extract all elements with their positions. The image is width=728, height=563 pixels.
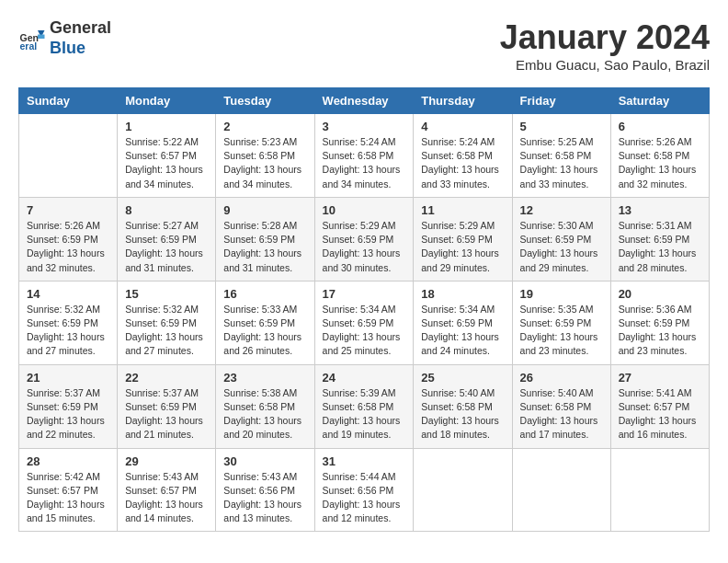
- day-number: 20: [619, 287, 701, 301]
- day-info: Sunrise: 5:43 AM Sunset: 6:56 PM Dayligh…: [223, 470, 306, 526]
- calendar-cell: 29Sunrise: 5:43 AM Sunset: 6:57 PM Dayli…: [118, 448, 216, 532]
- day-info: Sunrise: 5:26 AM Sunset: 6:58 PM Dayligh…: [619, 135, 701, 191]
- calendar-cell: [512, 448, 610, 532]
- day-number: 14: [27, 287, 109, 301]
- day-info: Sunrise: 5:38 AM Sunset: 6:58 PM Dayligh…: [223, 386, 306, 442]
- calendar-cell: 18Sunrise: 5:34 AM Sunset: 6:59 PM Dayli…: [414, 281, 512, 364]
- day-number: 22: [125, 371, 208, 385]
- weekday-header-friday: Friday: [512, 88, 610, 114]
- day-info: Sunrise: 5:24 AM Sunset: 6:58 PM Dayligh…: [323, 135, 406, 191]
- day-info: Sunrise: 5:40 AM Sunset: 6:58 PM Dayligh…: [520, 386, 603, 442]
- calendar-cell: 26Sunrise: 5:40 AM Sunset: 6:58 PM Dayli…: [512, 364, 610, 448]
- day-number: 28: [27, 454, 109, 468]
- calendar-cell: 4Sunrise: 5:24 AM Sunset: 6:58 PM Daylig…: [414, 114, 512, 198]
- calendar-cell: 8Sunrise: 5:27 AM Sunset: 6:59 PM Daylig…: [118, 197, 216, 281]
- calendar-table: SundayMondayTuesdayWednesdayThursdayFrid…: [18, 87, 710, 532]
- month-title: January 2024: [500, 18, 710, 57]
- logo-blue: Blue: [50, 39, 111, 59]
- day-info: Sunrise: 5:43 AM Sunset: 6:57 PM Dayligh…: [125, 470, 208, 526]
- calendar-cell: [19, 114, 118, 198]
- day-number: 26: [520, 371, 603, 385]
- calendar-cell: 19Sunrise: 5:35 AM Sunset: 6:59 PM Dayli…: [512, 281, 610, 364]
- day-info: Sunrise: 5:32 AM Sunset: 6:59 PM Dayligh…: [27, 303, 109, 359]
- day-number: 19: [520, 287, 603, 301]
- logo: Gen eral General Blue: [18, 18, 111, 58]
- day-info: Sunrise: 5:35 AM Sunset: 6:59 PM Dayligh…: [520, 303, 603, 359]
- day-info: Sunrise: 5:27 AM Sunset: 6:59 PM Dayligh…: [125, 219, 208, 275]
- weekday-header-wednesday: Wednesday: [314, 88, 414, 114]
- weekday-header-monday: Monday: [118, 88, 216, 114]
- week-row-4: 21Sunrise: 5:37 AM Sunset: 6:59 PM Dayli…: [19, 364, 710, 448]
- logo-icon: Gen eral: [18, 25, 46, 52]
- calendar-cell: 13Sunrise: 5:31 AM Sunset: 6:59 PM Dayli…: [610, 197, 709, 281]
- day-number: 16: [223, 287, 306, 301]
- day-info: Sunrise: 5:23 AM Sunset: 6:58 PM Dayligh…: [223, 135, 306, 191]
- day-number: 29: [125, 454, 208, 468]
- day-info: Sunrise: 5:34 AM Sunset: 6:59 PM Dayligh…: [421, 303, 504, 359]
- day-info: Sunrise: 5:29 AM Sunset: 6:59 PM Dayligh…: [323, 219, 406, 275]
- calendar-cell: 12Sunrise: 5:30 AM Sunset: 6:59 PM Dayli…: [512, 197, 610, 281]
- week-row-5: 28Sunrise: 5:42 AM Sunset: 6:57 PM Dayli…: [19, 448, 710, 532]
- day-number: 23: [223, 371, 306, 385]
- day-number: 17: [323, 287, 406, 301]
- weekday-header-sunday: Sunday: [19, 88, 118, 114]
- day-info: Sunrise: 5:33 AM Sunset: 6:59 PM Dayligh…: [223, 303, 306, 359]
- calendar-cell: 6Sunrise: 5:26 AM Sunset: 6:58 PM Daylig…: [610, 114, 709, 198]
- day-info: Sunrise: 5:37 AM Sunset: 6:59 PM Dayligh…: [27, 386, 109, 442]
- calendar-cell: 28Sunrise: 5:42 AM Sunset: 6:57 PM Dayli…: [19, 448, 118, 532]
- calendar-cell: 15Sunrise: 5:32 AM Sunset: 6:59 PM Dayli…: [118, 281, 216, 364]
- day-info: Sunrise: 5:25 AM Sunset: 6:58 PM Dayligh…: [520, 135, 603, 191]
- calendar-cell: 31Sunrise: 5:44 AM Sunset: 6:56 PM Dayli…: [314, 448, 414, 532]
- weekday-header-thursday: Thursday: [414, 88, 512, 114]
- week-row-1: 1Sunrise: 5:22 AM Sunset: 6:57 PM Daylig…: [19, 114, 710, 198]
- day-info: Sunrise: 5:29 AM Sunset: 6:59 PM Dayligh…: [421, 219, 504, 275]
- day-info: Sunrise: 5:41 AM Sunset: 6:57 PM Dayligh…: [619, 386, 701, 442]
- day-number: 27: [619, 371, 701, 385]
- calendar-cell: 16Sunrise: 5:33 AM Sunset: 6:59 PM Dayli…: [216, 281, 314, 364]
- day-number: 15: [125, 287, 208, 301]
- calendar-cell: 20Sunrise: 5:36 AM Sunset: 6:59 PM Dayli…: [610, 281, 709, 364]
- calendar-cell: 9Sunrise: 5:28 AM Sunset: 6:59 PM Daylig…: [216, 197, 314, 281]
- svg-text:eral: eral: [20, 40, 38, 52]
- title-area: January 2024 Embu Guacu, Sao Paulo, Braz…: [500, 18, 710, 73]
- day-info: Sunrise: 5:36 AM Sunset: 6:59 PM Dayligh…: [619, 303, 701, 359]
- calendar-cell: [610, 448, 709, 532]
- day-number: 24: [323, 371, 406, 385]
- week-row-2: 7Sunrise: 5:26 AM Sunset: 6:59 PM Daylig…: [19, 197, 710, 281]
- day-info: Sunrise: 5:24 AM Sunset: 6:58 PM Dayligh…: [421, 135, 504, 191]
- day-info: Sunrise: 5:37 AM Sunset: 6:59 PM Dayligh…: [125, 386, 208, 442]
- logo-text: General Blue: [50, 18, 111, 58]
- day-number: 21: [27, 371, 109, 385]
- calendar-cell: 21Sunrise: 5:37 AM Sunset: 6:59 PM Dayli…: [19, 364, 118, 448]
- calendar-cell: 5Sunrise: 5:25 AM Sunset: 6:58 PM Daylig…: [512, 114, 610, 198]
- week-row-3: 14Sunrise: 5:32 AM Sunset: 6:59 PM Dayli…: [19, 281, 710, 364]
- day-number: 25: [421, 371, 504, 385]
- calendar-cell: 11Sunrise: 5:29 AM Sunset: 6:59 PM Dayli…: [414, 197, 512, 281]
- day-number: 10: [323, 203, 406, 217]
- day-info: Sunrise: 5:26 AM Sunset: 6:59 PM Dayligh…: [27, 219, 109, 275]
- calendar-cell: 24Sunrise: 5:39 AM Sunset: 6:58 PM Dayli…: [314, 364, 414, 448]
- calendar-cell: 10Sunrise: 5:29 AM Sunset: 6:59 PM Dayli…: [314, 197, 414, 281]
- calendar-cell: 30Sunrise: 5:43 AM Sunset: 6:56 PM Dayli…: [216, 448, 314, 532]
- location: Embu Guacu, Sao Paulo, Brazil: [500, 57, 710, 73]
- calendar-cell: 22Sunrise: 5:37 AM Sunset: 6:59 PM Dayli…: [118, 364, 216, 448]
- day-info: Sunrise: 5:44 AM Sunset: 6:56 PM Dayligh…: [323, 470, 406, 526]
- day-number: 7: [27, 203, 109, 217]
- day-number: 11: [421, 203, 504, 217]
- day-info: Sunrise: 5:30 AM Sunset: 6:59 PM Dayligh…: [520, 219, 603, 275]
- weekday-header-row: SundayMondayTuesdayWednesdayThursdayFrid…: [19, 88, 710, 114]
- day-number: 2: [223, 120, 306, 133]
- day-info: Sunrise: 5:40 AM Sunset: 6:58 PM Dayligh…: [421, 386, 504, 442]
- day-number: 31: [323, 454, 406, 468]
- weekday-header-tuesday: Tuesday: [216, 88, 314, 114]
- header: Gen eral General Blue January 2024 Embu …: [18, 18, 710, 73]
- calendar-cell: 25Sunrise: 5:40 AM Sunset: 6:58 PM Dayli…: [414, 364, 512, 448]
- calendar-cell: 2Sunrise: 5:23 AM Sunset: 6:58 PM Daylig…: [216, 114, 314, 198]
- calendar-cell: [414, 448, 512, 532]
- day-info: Sunrise: 5:34 AM Sunset: 6:59 PM Dayligh…: [323, 303, 406, 359]
- day-number: 18: [421, 287, 504, 301]
- day-info: Sunrise: 5:28 AM Sunset: 6:59 PM Dayligh…: [223, 219, 306, 275]
- day-number: 1: [125, 120, 208, 133]
- day-number: 9: [223, 203, 306, 217]
- day-info: Sunrise: 5:22 AM Sunset: 6:57 PM Dayligh…: [125, 135, 208, 191]
